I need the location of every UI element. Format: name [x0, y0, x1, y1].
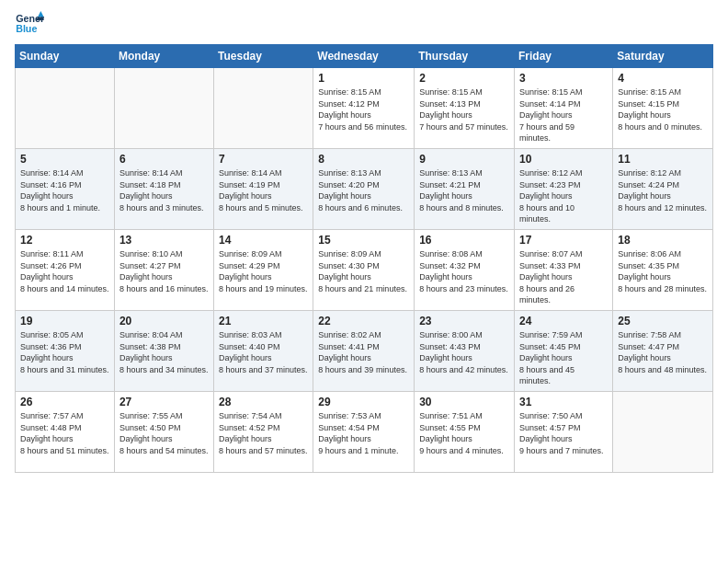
cell-details: Sunrise: 8:06 AMSunset: 4:35 PMDaylight … — [618, 248, 708, 294]
calendar-cell: 14Sunrise: 8:09 AMSunset: 4:29 PMDayligh… — [214, 230, 313, 311]
cell-details: Sunrise: 8:09 AMSunset: 4:30 PMDaylight … — [318, 248, 409, 294]
day-number: 22 — [318, 315, 409, 327]
cell-details: Sunrise: 7:51 AMSunset: 4:55 PMDaylight … — [419, 410, 509, 456]
day-number: 16 — [419, 234, 509, 247]
calendar-cell: 27Sunrise: 7:55 AMSunset: 4:50 PMDayligh… — [114, 392, 213, 473]
day-number: 30 — [419, 396, 509, 408]
day-number: 21 — [219, 315, 308, 327]
day-number: 19 — [20, 315, 109, 327]
calendar-cell: 6Sunrise: 8:14 AMSunset: 4:18 PMDaylight… — [114, 149, 213, 230]
cell-details: Sunrise: 7:59 AMSunset: 4:45 PMDaylight … — [519, 329, 608, 387]
day-number: 2 — [419, 72, 509, 85]
cell-details: Sunrise: 8:07 AMSunset: 4:33 PMDaylight … — [519, 248, 608, 306]
day-number: 14 — [219, 234, 308, 247]
cell-details: Sunrise: 8:03 AMSunset: 4:40 PMDaylight … — [219, 329, 308, 375]
cell-details: Sunrise: 8:11 AMSunset: 4:26 PMDaylight … — [20, 248, 109, 294]
calendar-cell: 19Sunrise: 8:05 AMSunset: 4:36 PMDayligh… — [16, 311, 115, 392]
cell-details: Sunrise: 8:08 AMSunset: 4:32 PMDaylight … — [419, 248, 509, 294]
day-number: 5 — [20, 153, 109, 166]
day-number: 18 — [618, 234, 708, 247]
calendar-cell: 18Sunrise: 8:06 AMSunset: 4:35 PMDayligh… — [613, 230, 713, 311]
day-number: 1 — [318, 72, 409, 85]
cell-details: Sunrise: 8:15 AMSunset: 4:14 PMDaylight … — [519, 86, 608, 144]
calendar-week-row: 5Sunrise: 8:14 AMSunset: 4:16 PMDaylight… — [16, 149, 713, 230]
calendar-cell: 9Sunrise: 8:13 AMSunset: 4:21 PMDaylight… — [415, 149, 515, 230]
cell-details: Sunrise: 8:14 AMSunset: 4:18 PMDaylight … — [119, 167, 209, 213]
day-number: 31 — [519, 396, 608, 408]
calendar-cell: 5Sunrise: 8:14 AMSunset: 4:16 PMDaylight… — [16, 149, 115, 230]
calendar-cell: 1Sunrise: 8:15 AMSunset: 4:12 PMDaylight… — [313, 68, 415, 149]
col-header-thursday: Thursday — [415, 45, 515, 68]
col-header-saturday: Saturday — [613, 45, 713, 68]
cell-details: Sunrise: 7:54 AMSunset: 4:52 PMDaylight … — [219, 410, 308, 456]
cell-details: Sunrise: 8:10 AMSunset: 4:27 PMDaylight … — [119, 248, 209, 294]
logo: General Blue — [15, 11, 44, 37]
day-number: 15 — [318, 234, 409, 247]
calendar-cell: 4Sunrise: 8:15 AMSunset: 4:15 PMDaylight… — [613, 68, 713, 149]
cell-details: Sunrise: 8:09 AMSunset: 4:29 PMDaylight … — [219, 248, 308, 294]
cell-details: Sunrise: 8:04 AMSunset: 4:38 PMDaylight … — [119, 329, 209, 375]
cell-details: Sunrise: 8:13 AMSunset: 4:21 PMDaylight … — [419, 167, 509, 213]
calendar-cell: 25Sunrise: 7:58 AMSunset: 4:47 PMDayligh… — [613, 311, 713, 392]
calendar-cell: 23Sunrise: 8:00 AMSunset: 4:43 PMDayligh… — [415, 311, 515, 392]
logo-icon: General Blue — [15, 11, 44, 37]
calendar-cell: 17Sunrise: 8:07 AMSunset: 4:33 PMDayligh… — [515, 230, 613, 311]
col-header-wednesday: Wednesday — [313, 45, 415, 68]
calendar-cell: 15Sunrise: 8:09 AMSunset: 4:30 PMDayligh… — [313, 230, 415, 311]
day-number: 29 — [318, 396, 409, 408]
calendar-cell: 16Sunrise: 8:08 AMSunset: 4:32 PMDayligh… — [415, 230, 515, 311]
cell-details: Sunrise: 8:15 AMSunset: 4:15 PMDaylight … — [618, 86, 708, 132]
cell-details: Sunrise: 8:13 AMSunset: 4:20 PMDaylight … — [318, 167, 409, 213]
day-number: 7 — [219, 153, 308, 166]
day-number: 28 — [219, 396, 308, 408]
calendar-cell: 20Sunrise: 8:04 AMSunset: 4:38 PMDayligh… — [114, 311, 213, 392]
day-number: 25 — [618, 315, 708, 327]
cell-details: Sunrise: 8:00 AMSunset: 4:43 PMDaylight … — [419, 329, 509, 375]
calendar-cell: 7Sunrise: 8:14 AMSunset: 4:19 PMDaylight… — [214, 149, 313, 230]
calendar-cell — [613, 392, 713, 473]
calendar-cell: 24Sunrise: 7:59 AMSunset: 4:45 PMDayligh… — [515, 311, 613, 392]
day-number: 20 — [119, 315, 209, 327]
cell-details: Sunrise: 8:15 AMSunset: 4:12 PMDaylight … — [318, 86, 409, 132]
calendar-cell: 13Sunrise: 8:10 AMSunset: 4:27 PMDayligh… — [114, 230, 213, 311]
calendar-cell: 22Sunrise: 8:02 AMSunset: 4:41 PMDayligh… — [313, 311, 415, 392]
calendar-cell: 3Sunrise: 8:15 AMSunset: 4:14 PMDaylight… — [515, 68, 613, 149]
calendar-header-row: SundayMondayTuesdayWednesdayThursdayFrid… — [16, 45, 713, 68]
col-header-sunday: Sunday — [16, 45, 115, 68]
calendar-cell: 28Sunrise: 7:54 AMSunset: 4:52 PMDayligh… — [214, 392, 313, 473]
svg-text:Blue: Blue — [16, 23, 37, 34]
day-number: 23 — [419, 315, 509, 327]
calendar-week-row: 12Sunrise: 8:11 AMSunset: 4:26 PMDayligh… — [16, 230, 713, 311]
day-number: 26 — [20, 396, 109, 408]
calendar-cell: 10Sunrise: 8:12 AMSunset: 4:23 PMDayligh… — [515, 149, 613, 230]
col-header-monday: Monday — [114, 45, 213, 68]
calendar-cell — [214, 68, 313, 149]
calendar-cell: 21Sunrise: 8:03 AMSunset: 4:40 PMDayligh… — [214, 311, 313, 392]
day-number: 9 — [419, 153, 509, 166]
cell-details: Sunrise: 8:12 AMSunset: 4:23 PMDaylight … — [519, 167, 608, 225]
calendar-cell — [16, 68, 115, 149]
day-number: 11 — [618, 153, 708, 166]
calendar-cell: 12Sunrise: 8:11 AMSunset: 4:26 PMDayligh… — [16, 230, 115, 311]
cell-details: Sunrise: 8:15 AMSunset: 4:13 PMDaylight … — [419, 86, 509, 132]
calendar-week-row: 26Sunrise: 7:57 AMSunset: 4:48 PMDayligh… — [16, 392, 713, 473]
day-number: 6 — [119, 153, 209, 166]
col-header-friday: Friday — [515, 45, 613, 68]
day-number: 13 — [119, 234, 209, 247]
day-number: 3 — [519, 72, 608, 85]
cell-details: Sunrise: 7:58 AMSunset: 4:47 PMDaylight … — [618, 329, 708, 375]
calendar-cell — [114, 68, 213, 149]
cell-details: Sunrise: 8:05 AMSunset: 4:36 PMDaylight … — [20, 329, 109, 375]
calendar-cell: 31Sunrise: 7:50 AMSunset: 4:57 PMDayligh… — [515, 392, 613, 473]
day-number: 17 — [519, 234, 608, 247]
cell-details: Sunrise: 8:14 AMSunset: 4:16 PMDaylight … — [20, 167, 109, 213]
cell-details: Sunrise: 8:12 AMSunset: 4:24 PMDaylight … — [618, 167, 708, 213]
calendar-cell: 8Sunrise: 8:13 AMSunset: 4:20 PMDaylight… — [313, 149, 415, 230]
day-number: 4 — [618, 72, 708, 85]
cell-details: Sunrise: 7:57 AMSunset: 4:48 PMDaylight … — [20, 410, 109, 456]
calendar-cell: 11Sunrise: 8:12 AMSunset: 4:24 PMDayligh… — [613, 149, 713, 230]
calendar-week-row: 19Sunrise: 8:05 AMSunset: 4:36 PMDayligh… — [16, 311, 713, 392]
calendar-cell: 2Sunrise: 8:15 AMSunset: 4:13 PMDaylight… — [415, 68, 515, 149]
cell-details: Sunrise: 7:55 AMSunset: 4:50 PMDaylight … — [119, 410, 209, 456]
calendar-cell: 30Sunrise: 7:51 AMSunset: 4:55 PMDayligh… — [415, 392, 515, 473]
